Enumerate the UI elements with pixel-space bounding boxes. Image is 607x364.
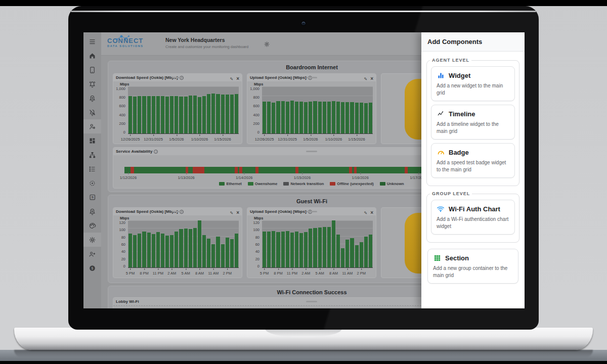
x-axis: 12/26/202512/31/20251/5/20261/10/20261/1… (262, 136, 373, 142)
y-axis: 120100806040200 (247, 221, 261, 268)
drag-handle[interactable] (306, 211, 317, 212)
network-nodes-icon (115, 34, 130, 43)
widget-header: Download Speed (Ookla) [Mbps] (113, 208, 242, 215)
x-tick-label: 1/15/2026 (348, 137, 365, 142)
y-axis-unit: Mbps (120, 82, 129, 86)
offline-segment (235, 167, 238, 173)
sidebar-item-alerts[interactable] (83, 77, 101, 91)
widget-download-speed-boardroom: Download Speed (Ookla) [Mbps] Mbps 1,000… (113, 73, 242, 144)
close-icon[interactable] (236, 73, 239, 82)
x-tick-label: 12/31/2025 (144, 137, 163, 142)
dashboard-settings-gear-icon[interactable] (264, 40, 270, 50)
bar (309, 102, 312, 133)
add-widget-card[interactable]: Widget Add a new widget to the main grid (431, 66, 515, 101)
sidebar-item-dashboards[interactable] (83, 133, 101, 148)
legend-label: Network transition (290, 181, 324, 186)
close-icon[interactable] (370, 207, 373, 216)
bar (184, 97, 188, 133)
bar (133, 235, 137, 267)
add-section-card[interactable]: Section Add a new group container to the… (427, 249, 518, 284)
y-axis: 1,0008006004002000 (113, 87, 127, 134)
close-icon[interactable] (370, 73, 373, 82)
y-tick-label: 120 (253, 221, 259, 224)
bar (364, 103, 368, 133)
offline-segment (405, 167, 408, 173)
y-axis-unit: Mbps (254, 216, 263, 220)
offline-segment (295, 167, 298, 173)
sidebar-item-notification-add[interactable] (83, 204, 101, 218)
x-tick-label: 5 AM (182, 271, 190, 276)
add-timeline-card[interactable]: Timeline Add a timeline widget to the ma… (431, 105, 515, 140)
home-icon (89, 52, 96, 60)
y-tick-label: 20 (255, 257, 259, 261)
sidebar-item-hierarchy[interactable] (83, 148, 101, 162)
org-tree-icon (89, 151, 96, 159)
sidebar-item-sync[interactable] (83, 176, 101, 190)
drag-handle[interactable] (172, 77, 183, 78)
bar (281, 101, 285, 133)
bar (309, 229, 312, 267)
info-icon[interactable] (154, 150, 158, 154)
legend-chip (283, 182, 289, 186)
page-subtitle: Create and customize your monitoring das… (165, 44, 248, 49)
y-tick-label: 800 (119, 96, 125, 99)
bar (193, 228, 197, 267)
legend-label: Unknown (387, 181, 404, 186)
edit-icon[interactable] (364, 73, 367, 82)
bar (147, 233, 151, 267)
bar (323, 102, 326, 133)
x-tick-label: 5 PM (126, 271, 135, 276)
x-tick-label: 11 AM (342, 271, 353, 276)
bar (230, 95, 234, 133)
bar (323, 227, 326, 267)
bar (267, 232, 271, 267)
x-tick-label: 8 AM (195, 271, 204, 276)
drag-handle[interactable] (306, 77, 317, 78)
y-axis-unit: Mbps (120, 216, 129, 220)
user-gear-icon (89, 123, 96, 130)
drag-handle[interactable] (172, 211, 183, 212)
bar (341, 102, 344, 133)
close-icon[interactable] (236, 207, 239, 216)
card-description: Add a timeline widget to the main grid (437, 121, 509, 134)
bar (355, 103, 359, 133)
sidebar-item-user-settings[interactable] (83, 119, 101, 133)
add-wifi-auth-chart-card[interactable]: Wi-Fi Auth Chart Add a Wi-Fi authenticat… (431, 200, 515, 235)
sidebar-item-add-alert[interactable] (83, 91, 101, 105)
sidebar-item-theme[interactable] (83, 218, 101, 233)
sidebar-item-settings[interactable] (83, 233, 101, 247)
y-tick-label: 80 (255, 236, 259, 239)
sidebar-item-home[interactable] (83, 49, 101, 63)
users-plus-icon (89, 250, 96, 258)
edit-icon[interactable] (364, 207, 367, 216)
add-components-panel: Add Components AGENT LEVEL Widget Add a … (421, 32, 525, 308)
bar (152, 96, 155, 133)
sidebar-item-menu[interactable] (83, 34, 101, 49)
edit-icon[interactable] (230, 73, 233, 82)
sidebar-item-mute-alerts[interactable] (83, 105, 101, 119)
sidebar-item-devices[interactable] (83, 63, 101, 77)
sidebar-item-billing[interactable]: $ (83, 261, 101, 275)
legend-label: Offline (unexpected) (337, 181, 374, 186)
add-badge-card[interactable]: Badge Add a speed test badge widget to t… (431, 143, 515, 178)
sidebar-item-subscriptions[interactable]: S (83, 190, 101, 204)
sidebar-item-list[interactable] (83, 162, 101, 176)
legend-item: Network transition (283, 181, 324, 186)
widget-title: Upload Speed (Ookla) [Mbps] (250, 75, 307, 80)
edit-icon[interactable] (230, 207, 233, 216)
sidebar-item-add-users[interactable] (83, 247, 101, 261)
widget-download-speed-guest: Download Speed (Ookla) [Mbps] Mbps 12010… (113, 207, 242, 278)
laptop-base (14, 328, 593, 350)
x-axis: 12/26/202512/31/20251/5/20261/10/20261/1… (128, 136, 239, 142)
x-tick-label: 1/15/2026 (294, 175, 311, 180)
legend-item: Unknown (380, 181, 404, 186)
widget-header: Download Speed (Ookla) [Mbps] (113, 74, 242, 81)
bar (318, 228, 322, 267)
bar (175, 232, 178, 267)
dollar-icon: $ (89, 264, 96, 272)
bar (211, 94, 215, 133)
y-tick-label: 400 (119, 113, 125, 117)
drag-handle[interactable] (306, 151, 317, 152)
offline-segment (193, 167, 205, 173)
drag-handle[interactable] (306, 301, 317, 302)
